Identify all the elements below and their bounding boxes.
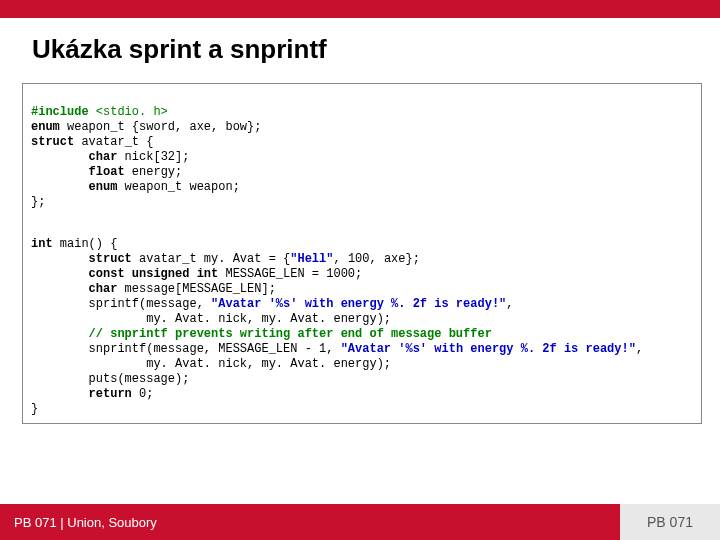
- code-line: };: [31, 195, 45, 209]
- code-line: snprintf(message, MESSAGE_LEN - 1, "Avat…: [31, 342, 643, 356]
- code-line: my. Avat. nick, my. Avat. energy);: [31, 312, 391, 326]
- code-line: my. Avat. nick, my. Avat. energy);: [31, 357, 391, 371]
- code-line: sprintf(message, "Avatar '%s' with energ…: [31, 297, 513, 311]
- code-line: char nick[32];: [31, 150, 189, 164]
- slide-title: Ukázka sprint a snprintf: [0, 18, 720, 83]
- code-line: #include <stdio. h>: [31, 105, 168, 119]
- code-line: enum weapon_t {sword, axe, bow};: [31, 120, 261, 134]
- code-line: enum weapon_t weapon;: [31, 180, 240, 194]
- footer-left: PB 071 | Union, Soubory: [0, 504, 620, 540]
- top-accent-bar: [0, 0, 720, 18]
- code-line: const unsigned int MESSAGE_LEN = 1000;: [31, 267, 362, 281]
- code-line: char message[MESSAGE_LEN];: [31, 282, 276, 296]
- code-line: return 0;: [31, 387, 153, 401]
- code-line: puts(message);: [31, 372, 189, 386]
- code-line: int main() {: [31, 237, 117, 251]
- code-line: struct avatar_t my. Avat = {"Hell", 100,…: [31, 252, 420, 266]
- footer: PB 071 | Union, Soubory PB 071: [0, 504, 720, 540]
- code-block: #include <stdio. h> enum weapon_t {sword…: [22, 83, 702, 424]
- code-line: float energy;: [31, 165, 182, 179]
- code-line: struct avatar_t {: [31, 135, 153, 149]
- code-line: }: [31, 402, 38, 416]
- footer-right: PB 071: [620, 504, 720, 540]
- code-line: // snprintf prevents writing after end o…: [31, 327, 492, 341]
